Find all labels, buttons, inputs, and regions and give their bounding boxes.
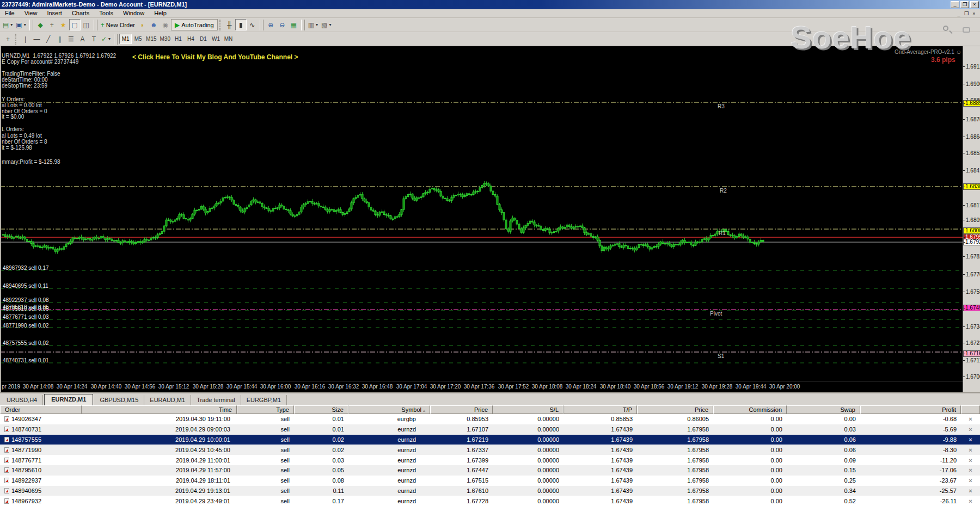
price-label-yellow: 1.6830 <box>963 183 980 190</box>
order-row[interactable]: 1487407312019.04.29 09:00:03sell0.01eurn… <box>0 424 980 435</box>
svg-text:30 Apr 18:24: 30 Apr 18:24 <box>566 384 597 390</box>
svg-text:30 Apr 16:00: 30 Apr 16:00 <box>260 384 291 390</box>
fibonacci-icon[interactable]: ☰ <box>65 33 77 45</box>
standard-toolbar: ▤▾▣▾◆+★▢◫+New Order◗☻◉▶AutoTrading╫▮∿⊕⊖▦… <box>0 18 980 32</box>
column-header-price[interactable]: Price <box>430 405 493 414</box>
column-header-close[interactable] <box>961 405 980 414</box>
column-header-symbol[interactable]: Symbol▵ <box>348 405 430 414</box>
crosshair-icon[interactable]: + <box>2 33 14 45</box>
timeframe-m30[interactable]: M30 <box>158 34 172 44</box>
order-row[interactable]: 1490263472019.04.30 19:11:00sell0.01eurg… <box>0 414 980 424</box>
close-order-button[interactable]: × <box>969 457 972 464</box>
tab-gbpusd-m15[interactable]: GBPUSD,M15 <box>94 395 144 405</box>
menu-file[interactable]: File <box>0 9 20 17</box>
price-axis[interactable]: 1.69121.69001.68891.68761.68641.68531.68… <box>963 46 980 397</box>
signals-icon[interactable]: ◉ <box>160 19 171 30</box>
close-order-button[interactable]: × <box>969 488 972 494</box>
order-row[interactable]: 1489406952019.04.29 19:13:01sell0.11eurn… <box>0 486 980 496</box>
blog-link[interactable]: < Click Here To Visit My Blog And YouTub… <box>132 53 298 61</box>
chart-window-icon[interactable]: ▢ <box>69 19 81 30</box>
timeframe-h4[interactable]: H4 <box>185 34 197 44</box>
close-order-button[interactable]: × <box>969 447 972 453</box>
orders-table-header[interactable]: OrderTimeTypeSizeSymbol▵PriceS/LT/PPrice… <box>0 405 980 414</box>
child-minimize-icon[interactable]: _ <box>955 11 963 16</box>
autotrading-button[interactable]: ▶AutoTrading <box>171 19 218 30</box>
zoom-out-icon: ⊖ <box>279 21 285 29</box>
order-row[interactable]: 1487956102019.04.29 11:57:00sell0.05eurn… <box>0 465 980 476</box>
column-header-time[interactable]: Time <box>82 405 237 414</box>
close-order-button[interactable]: × <box>969 416 972 422</box>
column-header-swap[interactable]: Swap <box>787 405 860 414</box>
chart-area[interactable]: R3R2R1PivotS148967932 sell 0.1748940695 … <box>0 46 963 392</box>
menu-insert[interactable]: Insert <box>42 9 67 17</box>
column-header-s-l[interactable]: S/L <box>493 405 564 414</box>
menu-charts[interactable]: Charts <box>67 9 94 17</box>
order-row[interactable]: 1487719902019.04.29 10:45:00sell0.02eurn… <box>0 445 980 455</box>
order-row[interactable]: 1487767712019.04.29 11:00:01sell0.03eurn… <box>0 455 980 465</box>
tab-eurgbp-m1[interactable]: EURGBP,M1 <box>241 395 287 405</box>
timeframe-d1[interactable]: D1 <box>197 34 210 44</box>
order-row[interactable]: 1489229372019.04.29 18:11:01sell0.08eurn… <box>0 476 980 486</box>
child-restore-icon[interactable]: ❒ <box>963 11 970 16</box>
tile-windows-icon[interactable]: ▦ <box>288 19 299 30</box>
expert-advisor-icon[interactable]: ◗ <box>137 19 148 30</box>
channel-icon[interactable]: ∥ <box>54 33 65 45</box>
close-order-button[interactable]: × <box>969 436 972 443</box>
zoom-out-icon[interactable]: ⊖ <box>277 19 288 30</box>
market-watch-icon[interactable]: ◆ <box>35 19 46 30</box>
tab-eurnzd-m1[interactable]: EURNZD,M1 <box>44 394 93 405</box>
child-window-controls[interactable]: _❒× <box>955 10 978 16</box>
vertical-line-icon[interactable]: | <box>20 33 31 45</box>
timeframe-mn[interactable]: MN <box>222 34 235 44</box>
column-header-commission[interactable]: Commission <box>713 405 787 414</box>
new-order-button[interactable]: +New Order <box>99 19 137 30</box>
bar-chart-icon[interactable]: ╫ <box>224 19 235 30</box>
tab-trade-terminal[interactable]: Trade terminal <box>191 395 241 405</box>
new-chart-icon[interactable]: ▤▾ <box>1 19 14 30</box>
menu-help[interactable]: Help <box>149 9 171 17</box>
minimize-button[interactable]: _ <box>951 1 959 8</box>
horizontal-line-icon[interactable]: — <box>31 33 42 45</box>
column-header-price[interactable]: Price <box>637 405 713 414</box>
column-header-t-p[interactable]: T/P <box>564 405 637 414</box>
period-icon[interactable]: ▧▾ <box>320 19 333 30</box>
navigator-icon[interactable]: + <box>46 19 58 30</box>
trendline-icon[interactable]: ╱ <box>42 33 54 45</box>
metaeditor-icon[interactable]: ☻ <box>148 19 160 30</box>
favorites-icon[interactable]: ★ <box>58 19 69 30</box>
restore-button[interactable]: ❒ <box>960 1 969 8</box>
timeframe-m15[interactable]: M15 <box>144 34 158 44</box>
order-row[interactable]: 1489679322019.04.29 23:49:01sell0.17eurn… <box>0 496 980 506</box>
label-icon[interactable]: T <box>88 33 100 45</box>
column-header-order[interactable]: Order <box>0 405 82 414</box>
window-tile-icon[interactable]: ▣▾ <box>14 19 27 30</box>
menu-window[interactable]: Window <box>118 9 149 17</box>
timeframe-h1[interactable]: H1 <box>172 34 185 44</box>
close-order-button[interactable]: × <box>969 498 972 504</box>
close-order-button[interactable]: × <box>969 477 972 484</box>
menu-view[interactable]: View <box>20 9 42 17</box>
title-bar[interactable]: 23737449: AdmiralMarkets-Demo - Demo Acc… <box>0 0 980 9</box>
tab-euraud-m1[interactable]: EURAUD,M1 <box>144 395 191 405</box>
menu-tools[interactable]: Tools <box>94 9 118 17</box>
column-header-profit[interactable]: Profit <box>860 405 961 414</box>
text-icon[interactable]: A <box>77 33 88 45</box>
chart-shift-icon[interactable]: ◫ <box>81 19 92 30</box>
close-order-button[interactable]: × <box>969 426 972 433</box>
child-close-icon[interactable]: × <box>970 11 978 16</box>
line-chart-icon[interactable]: ∿ <box>247 19 258 30</box>
close-button[interactable]: × <box>970 1 979 8</box>
timeframe-w1[interactable]: W1 <box>210 34 222 44</box>
column-header-size[interactable]: Size <box>294 405 348 414</box>
column-header-type[interactable]: Type <box>237 405 294 414</box>
order-row[interactable]: 1487575552019.04.29 10:00:01sell0.02eurn… <box>0 435 980 445</box>
autotrading-button-label: AutoTrading <box>181 22 214 28</box>
arrows-icon[interactable]: ✓▾ <box>100 33 112 45</box>
candlestick-chart-icon[interactable]: ▮ <box>235 19 247 30</box>
zoom-in-icon[interactable]: ⊕ <box>265 19 277 30</box>
timeframe-m5[interactable]: M5 <box>132 34 144 44</box>
indicators-icon[interactable]: ▥▾ <box>307 19 320 30</box>
tab-urusd-h4[interactable]: URUSD,H4 <box>1 395 43 405</box>
close-order-button[interactable]: × <box>969 467 972 473</box>
timeframe-m1[interactable]: M1 <box>119 34 132 44</box>
